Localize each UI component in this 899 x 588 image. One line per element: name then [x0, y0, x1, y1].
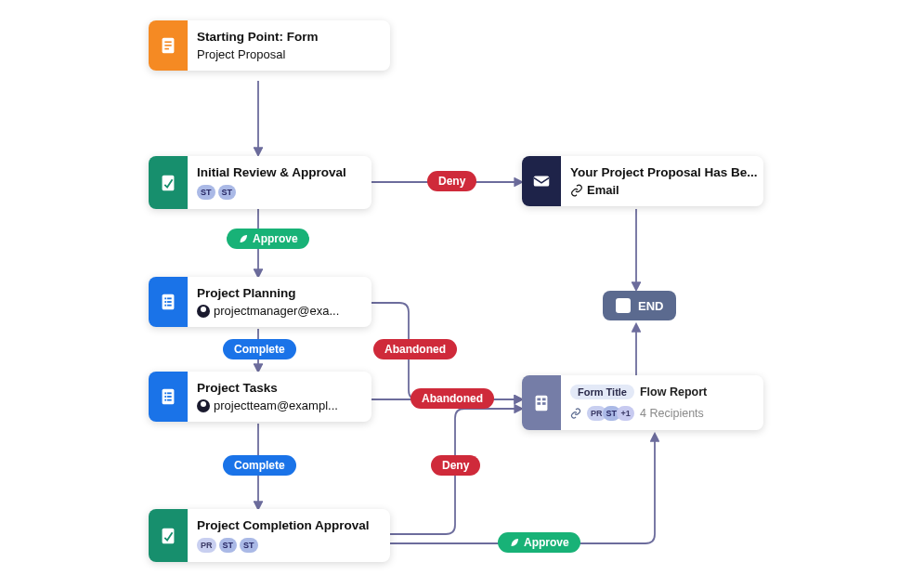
node-title: Initial Review & Approval — [197, 165, 358, 179]
svg-rect-1 — [164, 41, 171, 43]
checklist-icon — [149, 277, 188, 327]
recipient-chips: PR ST +1 — [587, 406, 634, 421]
svg-rect-19 — [163, 528, 175, 543]
node-project-tasks[interactable]: Project Tasks projectteam@exampl... — [149, 372, 371, 422]
recipients-row: PR ST +1 4 Recipients — [570, 406, 750, 421]
svg-rect-17 — [164, 399, 166, 401]
svg-rect-4 — [163, 175, 175, 190]
node-project-planning[interactable]: Project Planning projectmanager@exa... — [149, 277, 371, 327]
node-starting-point[interactable]: Starting Point: Form Project Proposal — [149, 20, 390, 71]
svg-rect-9 — [167, 301, 172, 303]
assignee: projectteam@exampl... — [197, 399, 358, 412]
svg-rect-3 — [164, 48, 169, 50]
svg-rect-23 — [542, 398, 546, 400]
user-icon — [197, 399, 210, 412]
stop-icon — [616, 298, 631, 313]
form-title-tag: Form Title — [570, 385, 634, 399]
pill-complete[interactable]: Complete — [223, 455, 296, 476]
pill-abandoned[interactable]: Abandoned — [373, 339, 457, 359]
pill-abandoned[interactable]: Abandoned — [410, 388, 494, 409]
svg-rect-25 — [542, 402, 546, 405]
svg-rect-8 — [164, 301, 166, 303]
svg-rect-24 — [537, 402, 541, 405]
recipients-count: 4 Recipients — [640, 407, 704, 420]
pill-deny[interactable]: Deny — [427, 171, 476, 191]
node-title: Your Project Proposal Has Be... — [570, 165, 758, 179]
svg-rect-15 — [164, 396, 166, 398]
svg-rect-6 — [164, 297, 166, 299]
leaf-icon — [509, 537, 520, 548]
pill-approve[interactable]: Approve — [227, 229, 309, 249]
assignee-chips: ST ST — [197, 185, 358, 200]
svg-rect-7 — [167, 297, 172, 299]
svg-rect-20 — [534, 176, 550, 187]
node-subtitle: Email — [570, 183, 758, 197]
node-title: Starting Point: Form — [197, 30, 377, 44]
leaf-icon — [238, 233, 249, 244]
svg-rect-11 — [167, 305, 172, 307]
form-icon — [149, 20, 188, 71]
node-title: Project Completion Approval — [197, 518, 377, 532]
checklist-icon — [149, 372, 188, 422]
node-end[interactable]: END — [603, 291, 676, 320]
node-email-denied[interactable]: Your Project Proposal Has Be... Email — [522, 156, 763, 206]
mail-icon — [522, 156, 561, 206]
assignee: projectmanager@exa... — [197, 304, 358, 318]
workflow-canvas: Starting Point: Form Project Proposal In… — [0, 0, 899, 588]
svg-rect-16 — [167, 396, 172, 398]
svg-rect-13 — [164, 392, 166, 394]
flow-title-row: Form Title Flow Report — [570, 385, 750, 399]
svg-rect-10 — [164, 305, 166, 307]
node-subtitle: Project Proposal — [197, 47, 377, 61]
pill-approve[interactable]: Approve — [498, 532, 580, 553]
user-icon — [197, 305, 210, 318]
end-label: END — [638, 299, 663, 313]
link-icon — [570, 408, 581, 419]
approval-icon — [149, 156, 188, 209]
svg-rect-22 — [537, 398, 541, 400]
report-icon — [522, 375, 561, 430]
link-icon — [570, 184, 583, 197]
approval-icon — [149, 509, 188, 562]
node-project-completion[interactable]: Project Completion Approval PR ST ST — [149, 509, 390, 562]
assignee-chips: PR ST ST — [197, 538, 377, 553]
node-title: Project Tasks — [197, 381, 358, 395]
svg-rect-14 — [167, 392, 172, 394]
pill-complete[interactable]: Complete — [223, 339, 296, 359]
svg-rect-2 — [164, 45, 171, 46]
flow-title: Flow Report — [640, 385, 707, 399]
connector-lines — [0, 0, 899, 588]
node-initial-review[interactable]: Initial Review & Approval ST ST — [149, 156, 371, 209]
node-flow-report[interactable]: Form Title Flow Report PR ST +1 4 Recipi… — [522, 375, 763, 430]
svg-rect-18 — [167, 399, 172, 401]
pill-deny[interactable]: Deny — [431, 455, 480, 476]
node-title: Project Planning — [197, 286, 358, 300]
